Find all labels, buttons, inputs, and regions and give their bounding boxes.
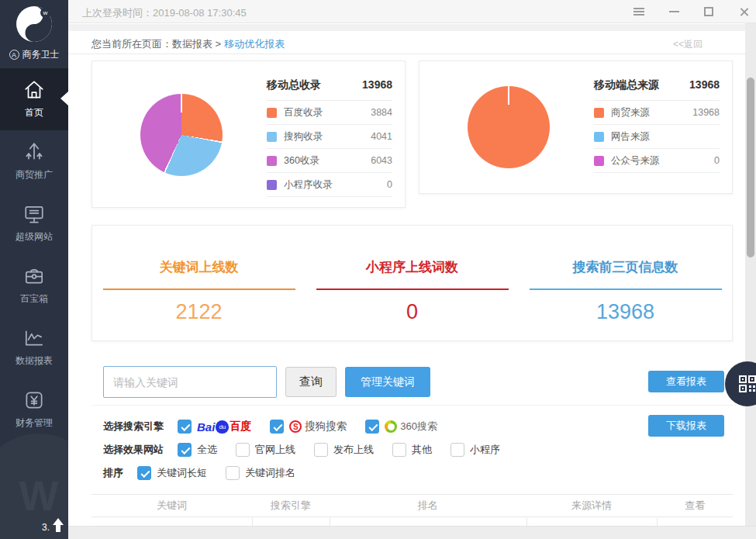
stat-title: 小程序上线词数 [306,258,519,276]
sort-option-length[interactable]: 关键词长短 [137,466,207,480]
stat-value: 0 [306,300,519,324]
section-divider [91,405,733,406]
pie-card-included: 移动总收录 13968 百度收录 3884 搜狗收录 4041 360收录 60… [91,60,406,208]
checkbox-sort-length[interactable] [137,466,151,480]
sidebar-item-home[interactable]: 首页 [0,68,68,130]
sidebar-item-website[interactable]: 超级网站 [0,192,68,254]
keyword-input[interactable] [103,366,277,398]
swatch-sogou [267,132,277,142]
site-option-miniprogram[interactable]: 小程序 [450,443,500,457]
site-option-other[interactable]: 其他 [392,443,432,457]
view-report-button[interactable]: 查看报表 [648,371,724,392]
close-icon [739,7,749,17]
column-header-source: 来源详情 [526,499,658,513]
monitor-icon [0,202,68,227]
sort-label: 排序 [103,466,123,480]
brand-name: A 商务卫士 [0,48,68,61]
sidebar: w A 商务卫士 首页 商贸推广 [0,0,68,539]
swatch-webad [594,132,604,142]
engine-option-baidu[interactable]: Bai du 百度 [178,420,251,434]
download-report-button[interactable]: 下载报表 [648,415,724,437]
sogou-logo-icon: S [289,420,302,433]
legend-header: 移动端总来源 13968 [594,78,720,101]
legend-header: 移动总收录 13968 [267,78,392,101]
window-controls [633,0,750,23]
column-header-rank: 排名 [330,499,526,513]
checkbox-other[interactable] [392,443,406,457]
engine-filter-row: 选择搜索引擎 Bai du 百度 S 搜狗搜索 360搜索 [103,419,456,434]
qr-code-floater[interactable] [725,361,756,406]
site-option-publish[interactable]: 发布上线 [314,443,374,457]
checkbox-publish[interactable] [314,443,328,457]
site-filter-row: 选择效果网站 全选 官网上线 发布上线 其他 小程序 [103,442,519,458]
360-logo-icon [385,420,397,433]
swatch-baidu [267,108,277,118]
table-cell [657,518,733,526]
table-cell [330,518,526,526]
version-label: 3. [42,522,50,533]
sidebar-item-label: 数据报表 [0,354,68,368]
legend-title: 移动端总来源 [594,78,659,92]
swatch-wechat [594,156,604,166]
legend-total: 13968 [362,78,392,92]
checkbox-sort-rank[interactable] [226,466,240,480]
scrollbar-thumb[interactable] [747,78,754,257]
top-gray-strip [68,24,756,31]
maximize-icon [704,7,713,16]
active-item-arrow [60,92,68,105]
breadcrumb: 您当前所在页面：数据报表 >移动优化报表 <<返回 [68,31,745,54]
checkbox-sogou[interactable] [270,420,284,434]
legend-label: 搜狗收录 [284,130,323,143]
swatch-360 [267,156,277,166]
checkbox-all[interactable] [178,443,192,457]
manage-keywords-button[interactable]: 管理关键词 [345,367,430,397]
legend-row: 商贸来源 13968 [594,101,720,125]
back-link[interactable]: <<返回 [673,38,702,51]
sort-option-label: 关键词长短 [157,466,207,480]
legend-row: 小程序收录 0 [267,173,392,197]
checkbox-baidu[interactable] [178,420,192,434]
legend-value: 0 [387,179,392,190]
sidebar-item-reports[interactable]: 数据报表 [0,316,68,378]
minimize-button[interactable] [668,5,680,18]
legend-label: 网告来源 [611,130,650,143]
checkbox-360[interactable] [365,420,379,434]
checkbox-miniprogram[interactable] [450,443,464,457]
sort-option-label: 关键词排名 [245,466,295,480]
engine-option-360[interactable]: 360搜索 [365,420,437,434]
sidebar-item-toolbox[interactable]: 百宝箱 [0,254,68,316]
brand-a-icon: A [9,50,19,60]
site-option-all[interactable]: 全选 [178,443,217,457]
brand-label: 商务卫士 [22,48,60,61]
maximize-button[interactable] [702,5,715,18]
table-row [91,518,733,526]
360-logo-text: 360搜索 [400,420,437,434]
query-button[interactable]: 查询 [285,367,337,397]
sidebar-item-promotion[interactable]: 商贸推广 [0,130,68,192]
sidebar-item-finance[interactable]: 财务管理 [0,378,68,441]
pie-chart-included [140,94,223,176]
column-header-view: 查看 [657,499,733,513]
site-option-label: 发布上线 [333,443,374,457]
menu-button[interactable] [633,5,645,18]
sort-option-rank[interactable]: 关键词排名 [226,466,295,480]
legend-value: 13968 [692,107,720,118]
scrollbar-track[interactable] [745,23,756,526]
close-button[interactable] [737,5,750,18]
table-cell [91,518,252,526]
stat-top3-pages: 搜索前三页信息数 13968 [519,226,732,340]
bottom-gray-strip [68,526,756,539]
legend-label: 商贸来源 [611,106,650,119]
sidebar-item-label: 百宝箱 [0,292,68,306]
sidebar-item-label: 首页 [0,106,68,119]
baidu-paw-icon: du [216,420,229,434]
promotion-icon [0,140,68,165]
site-filter-label: 选择效果网站 [103,443,164,457]
breadcrumb-current[interactable]: 移动优化报表 [224,38,285,50]
version-upgrade[interactable]: 3. [42,518,64,533]
site-option-official[interactable]: 官网上线 [236,443,295,457]
checkbox-official[interactable] [236,443,250,457]
site-option-label: 小程序 [470,443,500,457]
engine-option-sogou[interactable]: S 搜狗搜索 [270,420,347,434]
legend-included: 移动总收录 13968 百度收录 3884 搜狗收录 4041 360收录 60… [267,78,392,197]
